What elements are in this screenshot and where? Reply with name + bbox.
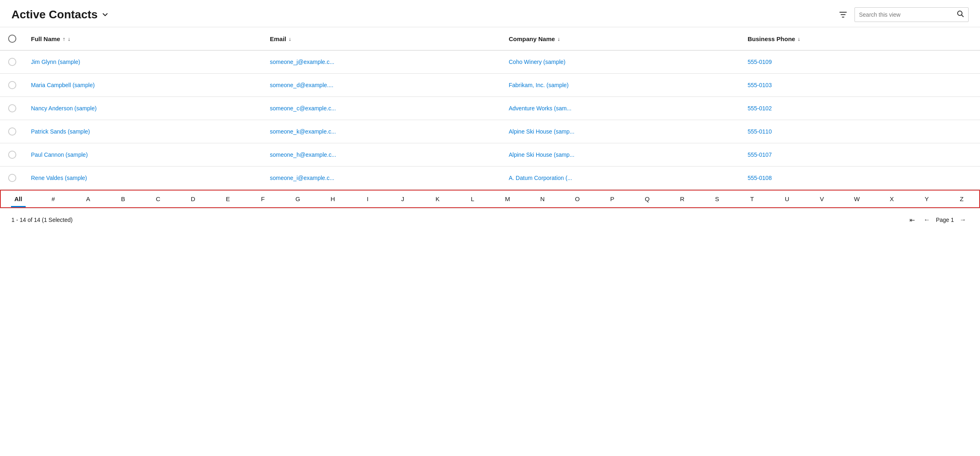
row-checkbox-circle-2[interactable] (8, 104, 16, 112)
company-sort-icon[interactable]: ↓ (557, 36, 560, 42)
row-checkbox-4[interactable] (0, 145, 24, 164)
table-row: Rene Valdes (sample) someone_i@example.c… (0, 167, 980, 190)
phone-link-2[interactable]: 555-0102 (748, 105, 772, 112)
phone-link-3[interactable]: 555-0110 (748, 128, 772, 135)
checkbox-circle[interactable] (8, 35, 16, 43)
alpha-item-f[interactable]: F (245, 191, 280, 207)
row-fullname-1: Maria Campbell (sample) (24, 75, 263, 95)
alpha-item-h[interactable]: H (315, 191, 350, 207)
alpha-item-#[interactable]: # (36, 191, 71, 207)
email-link-3[interactable]: someone_k@example.c... (270, 128, 336, 135)
row-checkbox-circle-5[interactable] (8, 174, 16, 182)
row-checkbox-circle-0[interactable] (8, 58, 16, 66)
table-row: Nancy Anderson (sample) someone_c@exampl… (0, 97, 980, 120)
table-row: Paul Cannon (sample) someone_h@example.c… (0, 143, 980, 167)
alpha-item-q[interactable]: Q (630, 191, 665, 207)
fullname-link-4[interactable]: Paul Cannon (sample) (31, 151, 88, 158)
alpha-item-x[interactable]: X (874, 191, 910, 207)
alpha-item-t[interactable]: T (735, 191, 770, 207)
email-sort-icon[interactable]: ↓ (288, 36, 291, 42)
alpha-item-l[interactable]: L (455, 191, 490, 207)
search-icon (957, 10, 964, 19)
row-fullname-3: Patrick Sands (sample) (24, 122, 263, 141)
col-header-fullname[interactable]: Full Name ↑ ↓ (24, 31, 263, 46)
row-email-0: someone_j@example.c... (263, 52, 502, 72)
email-link-4[interactable]: someone_h@example.c... (270, 151, 336, 158)
company-link-5[interactable]: A. Datum Corporation (... (509, 175, 573, 181)
company-link-0[interactable]: Coho Winery (sample) (509, 59, 566, 65)
phone-link-1[interactable]: 555-0103 (748, 82, 772, 88)
alpha-item-i[interactable]: I (350, 191, 385, 207)
alpha-item-r[interactable]: R (665, 191, 700, 207)
phone-link-4[interactable]: 555-0107 (748, 151, 772, 158)
company-link-4[interactable]: Alpine Ski House (samp... (509, 151, 575, 158)
alpha-item-a[interactable]: A (71, 191, 106, 207)
phone-link-5[interactable]: 555-0108 (748, 175, 772, 181)
col-header-phone[interactable]: Business Phone ↓ (741, 31, 980, 46)
prev-page-button[interactable]: ← (921, 214, 933, 226)
next-page-button[interactable]: → (957, 214, 969, 226)
fullname-link-5[interactable]: Rene Valdes (sample) (31, 175, 87, 181)
title-dropdown-chevron[interactable] (101, 11, 109, 19)
email-link-2[interactable]: someone_c@example.c... (270, 105, 336, 112)
email-link-5[interactable]: someone_i@example.c... (270, 175, 334, 181)
col-company-label: Company Name (509, 35, 555, 42)
email-link-0[interactable]: someone_j@example.c... (270, 59, 334, 65)
alpha-item-p[interactable]: P (595, 191, 630, 207)
row-checkbox-1[interactable] (0, 75, 24, 95)
alpha-item-e[interactable]: E (211, 191, 246, 207)
alpha-item-w[interactable]: W (839, 191, 874, 207)
sort-up-icon[interactable]: ↑ (63, 36, 66, 42)
row-checkbox-2[interactable] (0, 99, 24, 118)
alpha-item-m[interactable]: M (490, 191, 525, 207)
select-all-checkbox[interactable] (0, 31, 24, 46)
row-company-0: Coho Winery (sample) (502, 52, 741, 72)
row-checkbox-3[interactable] (0, 122, 24, 141)
email-link-1[interactable]: someone_d@example.... (270, 82, 333, 88)
alpha-item-v[interactable]: V (804, 191, 839, 207)
alpha-item-o[interactable]: O (560, 191, 595, 207)
row-checkbox-0[interactable] (0, 52, 24, 72)
fullname-link-2[interactable]: Nancy Anderson (sample) (31, 105, 97, 112)
alpha-item-g[interactable]: G (280, 191, 315, 207)
alpha-item-s[interactable]: S (700, 191, 735, 207)
alpha-item-j[interactable]: J (385, 191, 420, 207)
alpha-item-b[interactable]: B (106, 191, 141, 207)
first-page-button[interactable]: ⇤ (907, 214, 918, 226)
col-fullname-label: Full Name (31, 35, 60, 42)
table-row: Jim Glynn (sample) someone_j@example.c..… (0, 50, 980, 74)
col-email-label: Email (270, 35, 286, 42)
fullname-link-3[interactable]: Patrick Sands (sample) (31, 128, 90, 135)
page-title: Active Contacts (11, 8, 98, 21)
contacts-table: Full Name ↑ ↓ Email ↓ Company Name ↓ Bus… (0, 27, 980, 190)
alpha-item-z[interactable]: Z (944, 191, 979, 207)
fullname-link-1[interactable]: Maria Campbell (sample) (31, 82, 95, 88)
phone-sort-icon[interactable]: ↓ (797, 36, 800, 42)
row-checkbox-5[interactable] (0, 168, 24, 188)
row-company-1: Fabrikam, Inc. (sample) (502, 75, 741, 95)
row-checkbox-circle-3[interactable] (8, 127, 16, 136)
alpha-item-y[interactable]: Y (910, 191, 945, 207)
alpha-item-c[interactable]: C (141, 191, 176, 207)
fullname-link-0[interactable]: Jim Glynn (sample) (31, 59, 80, 65)
row-checkbox-circle-1[interactable] (8, 81, 16, 89)
col-header-email[interactable]: Email ↓ (263, 31, 502, 46)
sort-down-icon[interactable]: ↓ (68, 36, 70, 42)
footer-status: 1 - 14 of 14 (1 Selected) (11, 217, 73, 223)
alpha-item-all[interactable]: All (1, 191, 36, 207)
header-right (837, 7, 969, 22)
row-fullname-0: Jim Glynn (sample) (24, 52, 263, 72)
row-checkbox-circle-4[interactable] (8, 151, 16, 159)
alpha-item-d[interactable]: D (176, 191, 211, 207)
company-link-1[interactable]: Fabrikam, Inc. (sample) (509, 82, 569, 88)
search-input[interactable] (859, 11, 954, 18)
company-link-3[interactable]: Alpine Ski House (samp... (509, 128, 575, 135)
col-header-company[interactable]: Company Name ↓ (502, 31, 741, 46)
company-link-2[interactable]: Adventure Works (sam... (509, 105, 572, 112)
filter-icon[interactable] (837, 8, 850, 21)
phone-link-0[interactable]: 555-0109 (748, 59, 772, 65)
alpha-item-n[interactable]: N (525, 191, 560, 207)
alpha-item-u[interactable]: U (770, 191, 805, 207)
alpha-item-k[interactable]: K (420, 191, 455, 207)
table-row: Patrick Sands (sample) someone_k@example… (0, 120, 980, 143)
